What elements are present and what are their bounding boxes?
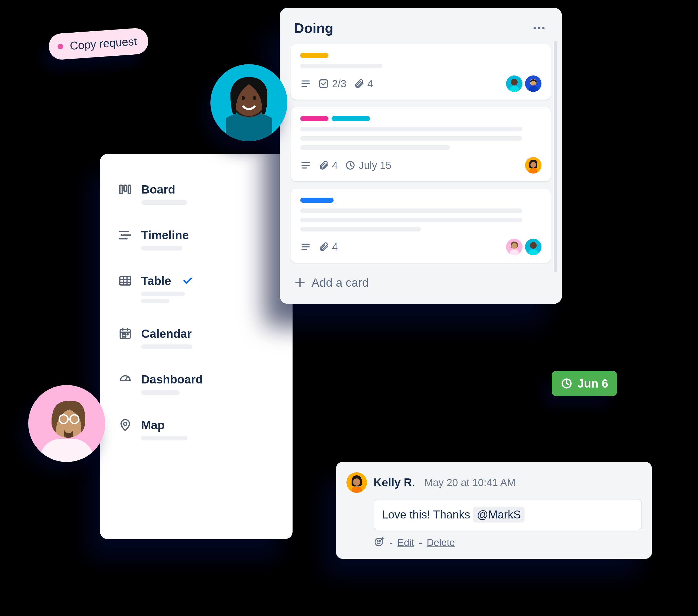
view-item-calendar[interactable]: Calendar [118,326,275,349]
svg-point-52 [242,96,245,100]
map-pin-icon [118,418,132,432]
view-label: Calendar [141,327,192,340]
svg-rect-45 [529,250,538,255]
comment-author-avatar[interactable] [346,472,367,493]
card[interactable]: 2/3 4 [291,44,551,100]
svg-rect-2 [128,185,130,194]
tag-copy-request[interactable]: Copy request [48,27,149,60]
calendar-icon [118,326,132,341]
svg-point-20 [127,334,128,335]
svg-point-7 [121,234,122,236]
card-label[interactable] [300,198,334,203]
add-reaction-button[interactable] [374,536,385,549]
svg-rect-43 [510,250,519,255]
member-avatar[interactable] [506,75,522,92]
mention[interactable]: @MarkS [473,507,525,522]
comment-timestamp: May 20 at 10:41 AM [424,477,516,488]
scrollbar[interactable] [554,41,557,272]
floating-avatar [28,385,105,462]
svg-point-42 [512,243,517,249]
svg-point-44 [530,242,536,249]
view-label: Table [141,274,171,288]
svg-point-19 [125,334,126,335]
svg-point-37 [530,162,536,168]
comment-edit-button[interactable]: Edit [397,537,414,548]
svg-point-8 [126,238,128,240]
svg-rect-9 [120,277,130,285]
due-date-text: Jun 6 [577,377,608,390]
comment-author-name[interactable]: Kelly R. [374,476,415,489]
attachments-badge: 4 [354,78,373,89]
add-card-label: Add a card [311,276,368,290]
list-title[interactable]: Doing [294,20,333,36]
checklist-badge: 2/3 [318,78,346,89]
due-date-badge-floating[interactable]: Jun 6 [552,371,617,396]
svg-rect-60 [352,486,362,493]
card-label[interactable] [332,116,370,121]
add-card-button[interactable]: Add a card [291,271,551,294]
svg-point-22 [125,336,126,337]
svg-point-6 [127,231,129,233]
check-icon [182,276,193,286]
description-icon [300,160,311,171]
svg-rect-0 [120,185,122,194]
card-label[interactable] [300,53,329,58]
view-item-map[interactable]: Map [118,418,275,440]
timeline-icon [118,228,132,242]
svg-point-29 [511,79,518,85]
view-item-table[interactable]: Table [118,274,275,303]
comment-delete-button[interactable]: Delete [427,537,455,548]
svg-point-62 [377,541,378,542]
card[interactable]: 4 July 15 [291,107,551,181]
svg-rect-54 [40,439,94,462]
view-label: Board [141,182,175,196]
svg-point-61 [375,538,382,546]
list-doing: Doing 2/3 [280,8,562,304]
attachments-badge: 4 [318,160,338,171]
table-icon [118,274,132,288]
svg-rect-30 [509,86,519,92]
card-label[interactable] [300,116,329,121]
svg-point-63 [379,541,380,542]
due-date-badge: July 15 [345,160,391,171]
view-item-dashboard[interactable]: Dashboard [118,372,275,395]
floating-avatar [210,64,288,141]
plus-icon [294,277,306,289]
card[interactable]: 4 [291,189,551,263]
member-avatar[interactable] [506,239,522,255]
svg-rect-1 [124,185,126,191]
view-item-timeline[interactable]: Timeline [118,228,275,251]
view-item-board[interactable]: Board [118,182,275,205]
svg-point-21 [122,336,123,337]
dot-icon [57,44,64,50]
comment-text: Love this! Thanks [382,508,470,521]
svg-rect-38 [529,168,538,173]
comment: Kelly R. May 20 at 10:41 AM Love this! T… [336,462,652,559]
views-panel: Board Timeline [100,154,293,539]
member-avatar[interactable] [525,75,542,92]
dashboard-icon [118,372,132,387]
member-avatar[interactable] [525,239,542,255]
list-menu-button[interactable] [530,24,548,32]
clock-icon [560,377,573,390]
svg-point-53 [253,96,256,100]
tag-label: Copy request [70,35,138,52]
comment-body[interactable]: Love this! Thanks @MarkS [374,499,642,530]
member-avatar[interactable] [525,157,542,173]
view-label: Dashboard [141,373,203,386]
view-label: Timeline [141,228,189,242]
svg-point-59 [353,478,360,486]
description-icon [300,241,311,252]
svg-point-24 [124,422,127,425]
attachments-badge: 4 [318,241,338,253]
svg-point-18 [122,334,123,335]
svg-rect-28 [320,80,327,87]
description-icon [300,78,311,89]
view-label: Map [141,418,165,432]
svg-rect-32 [529,86,538,92]
board-icon [118,182,132,197]
